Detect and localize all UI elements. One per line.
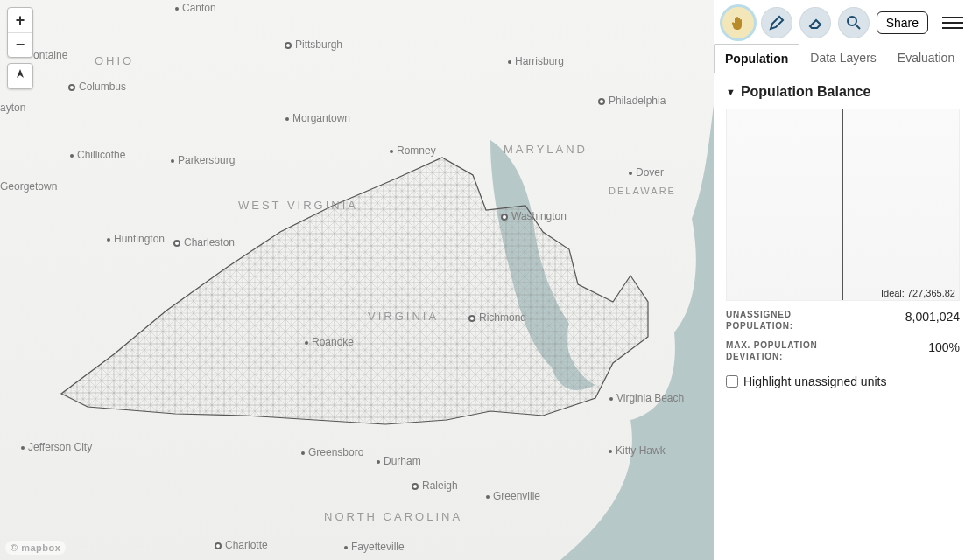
magnifier-icon (846, 15, 862, 31)
zoom-out-button[interactable]: − (8, 32, 32, 57)
city-dover: Dover (629, 166, 664, 178)
city-charleston: Charleston (173, 236, 235, 248)
svg-point-0 (848, 17, 856, 25)
menu-button[interactable] (942, 17, 963, 29)
city-jefferson-city: Jefferson City (21, 441, 92, 453)
city-raleigh: Raleigh (412, 480, 458, 492)
city-charlotte: Charlotte (215, 539, 268, 551)
city-greensboro: Greensboro (301, 446, 363, 458)
sidebar: Share Population Data Layers Evaluation … (714, 0, 972, 560)
highlight-unassigned-checkbox[interactable] (726, 375, 738, 388)
city-ontaine: ontaine (33, 49, 67, 61)
city-richmond: Richmond (468, 312, 526, 324)
zoom-group: + − (7, 7, 33, 58)
city-pittsburgh: Pittsburgh (285, 38, 342, 51)
zoom-in-button[interactable]: + (8, 8, 32, 32)
population-chart: Ideal: 727,365.82 (726, 108, 960, 301)
tab-population[interactable]: Population (714, 44, 799, 74)
population-balance-toggle[interactable]: ▼ Population Balance (726, 84, 960, 100)
city-virginia-beach: Virginia Beach (609, 392, 684, 404)
chart-ideal-line (842, 109, 843, 300)
chevron-down-icon: ▼ (726, 87, 736, 97)
population-panel: ▼ Population Balance Ideal: 727,365.82 U… (714, 74, 972, 388)
map-canvas[interactable]: OHIO WEST VIRGINIA VIRGINIA MARYLAND DEL… (0, 0, 714, 560)
tab-evaluation[interactable]: Evaluation (887, 44, 965, 73)
hamburger-icon (942, 17, 963, 18)
map-attribution: © mapbox (5, 541, 66, 555)
city-washington: Washington (501, 210, 567, 222)
highlight-unassigned-label: Highlight unassigned units (743, 374, 886, 388)
city-canton: Canton (175, 2, 216, 14)
state-label-delaware: DELAWARE (609, 186, 676, 196)
tool-pan[interactable] (722, 7, 754, 38)
state-label-west-virginia: WEST VIRGINIA (238, 198, 358, 214)
city-ayton: ayton (0, 102, 25, 114)
tool-erase[interactable] (799, 7, 831, 38)
pencil-icon (769, 15, 785, 31)
state-label-north-carolina: NORTH CAROLINA (324, 509, 462, 525)
highlight-unassigned-row: Highlight unassigned units (726, 374, 960, 388)
toolbar: Share (714, 0, 972, 44)
state-label-virginia: VIRGINIA (368, 310, 439, 323)
tool-draw[interactable] (761, 7, 792, 38)
compass-icon (14, 69, 26, 83)
city-morgantown: Morgantown (285, 112, 350, 124)
city-romney: Romney (390, 144, 436, 157)
stat-unassigned: UNASSIGNED POPULATION: 8,001,024 (726, 310, 960, 332)
hand-icon (729, 14, 747, 32)
eraser-icon (807, 15, 823, 31)
tab-data-layers[interactable]: Data Layers (799, 44, 886, 73)
city-harrisburg: Harrisburg (508, 55, 564, 67)
city-georgetown: Georgetown (0, 180, 57, 192)
tabs: Population Data Layers Evaluation (714, 44, 972, 74)
stat-unassigned-label: UNASSIGNED POPULATION: (726, 310, 831, 332)
city-philadelphia: Philadelphia (598, 94, 666, 107)
section-title: Population Balance (741, 84, 870, 100)
map-controls: + − (7, 7, 33, 89)
svg-line-1 (856, 24, 860, 29)
stat-deviation-label: MAX. POPULATION DEVIATION: (726, 340, 840, 362)
city-chillicothe: Chillicothe (70, 149, 125, 161)
tool-inspect[interactable] (838, 7, 870, 38)
city-parkersburg: Parkersburg (171, 154, 235, 166)
city-roanoke: Roanoke (305, 336, 354, 348)
city-durham: Durham (377, 455, 421, 467)
state-label-ohio: OHIO (95, 54, 134, 67)
city-kitty-hawk: Kitty Hawk (609, 444, 666, 457)
stat-deviation: MAX. POPULATION DEVIATION: 100% (726, 340, 960, 362)
share-button[interactable]: Share (877, 11, 928, 34)
state-label-maryland: MARYLAND (504, 143, 588, 156)
compass-button[interactable] (7, 63, 33, 89)
city-columbus: Columbus (68, 80, 126, 93)
stat-unassigned-value: 8,001,024 (905, 310, 960, 324)
chart-ideal-label: Ideal: 727,365.82 (881, 288, 955, 298)
city-fayetteville: Fayetteville (344, 541, 405, 553)
city-greenville: Greenville (486, 490, 540, 502)
stat-deviation-value: 100% (928, 340, 960, 354)
city-huntington: Huntington (107, 233, 165, 245)
